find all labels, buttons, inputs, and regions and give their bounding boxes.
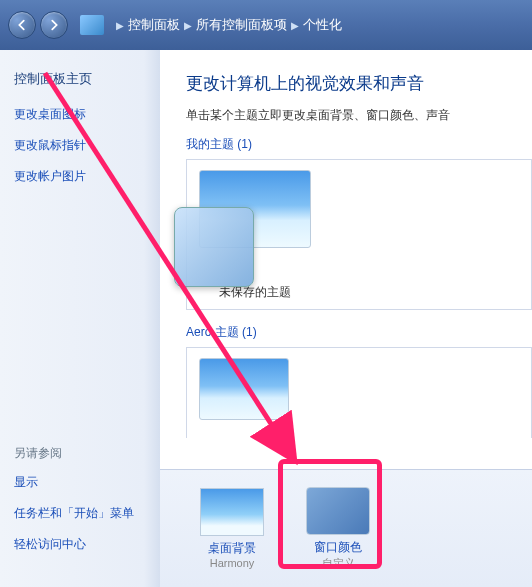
chevron-right-icon: ▶ [116, 20, 124, 31]
forward-button[interactable] [40, 11, 68, 39]
my-themes-group: 未保存的主题 [186, 159, 532, 310]
window-color-thumbnail [306, 487, 370, 535]
bottom-settings-bar: 桌面背景 Harmony 窗口颜色 自定义 [160, 469, 532, 587]
theme-aero[interactable] [199, 358, 289, 426]
see-also-ease-of-access[interactable]: 轻松访问中心 [14, 536, 146, 553]
theme-thumbnail [199, 170, 311, 248]
desktop-background-label: 桌面背景 [200, 540, 264, 557]
sidebar-link-mouse-pointer[interactable]: 更改鼠标指针 [14, 137, 146, 154]
arrow-left-icon [15, 18, 29, 32]
window-preview-icon [174, 207, 254, 287]
theme-unsaved[interactable]: 未保存的主题 [199, 170, 311, 301]
sidebar-link-account-picture[interactable]: 更改帐户图片 [14, 168, 146, 185]
breadcrumb-item[interactable]: 个性化 [303, 16, 342, 34]
see-also-heading: 另请参阅 [14, 445, 146, 462]
breadcrumb[interactable]: ▶ 控制面板 ▶ 所有控制面板项 ▶ 个性化 [116, 16, 342, 34]
see-also-taskbar[interactable]: 任务栏和「开始」菜单 [14, 505, 146, 522]
desktop-background-thumbnail [200, 488, 264, 536]
page-subheading: 单击某个主题立即更改桌面背景、窗口颜色、声音 [186, 107, 532, 124]
desktop-background-value: Harmony [200, 557, 264, 569]
aero-themes-label: Aero 主题 (1) [186, 324, 532, 341]
window-color-setting[interactable]: 窗口颜色 自定义 [306, 487, 370, 571]
sidebar: 控制面板主页 更改桌面图标 更改鼠标指针 更改帐户图片 另请参阅 显示 任务栏和… [0, 50, 160, 587]
desktop-background-setting[interactable]: 桌面背景 Harmony [200, 488, 264, 569]
page-heading: 更改计算机上的视觉效果和声音 [186, 72, 532, 95]
back-button[interactable] [8, 11, 36, 39]
theme-thumbnail [199, 358, 289, 420]
chevron-right-icon: ▶ [291, 20, 299, 31]
title-bar: ▶ 控制面板 ▶ 所有控制面板项 ▶ 个性化 [0, 0, 532, 50]
control-panel-icon [80, 15, 104, 35]
breadcrumb-item[interactable]: 所有控制面板项 [196, 16, 287, 34]
chevron-right-icon: ▶ [184, 20, 192, 31]
arrow-right-icon [47, 18, 61, 32]
breadcrumb-item[interactable]: 控制面板 [128, 16, 180, 34]
sidebar-link-desktop-icons[interactable]: 更改桌面图标 [14, 106, 146, 123]
aero-themes-group [186, 347, 532, 438]
my-themes-label: 我的主题 (1) [186, 136, 532, 153]
see-also-display[interactable]: 显示 [14, 474, 146, 491]
window-color-label: 窗口颜色 [306, 539, 370, 556]
sidebar-title[interactable]: 控制面板主页 [14, 70, 146, 88]
window-color-value: 自定义 [306, 556, 370, 571]
